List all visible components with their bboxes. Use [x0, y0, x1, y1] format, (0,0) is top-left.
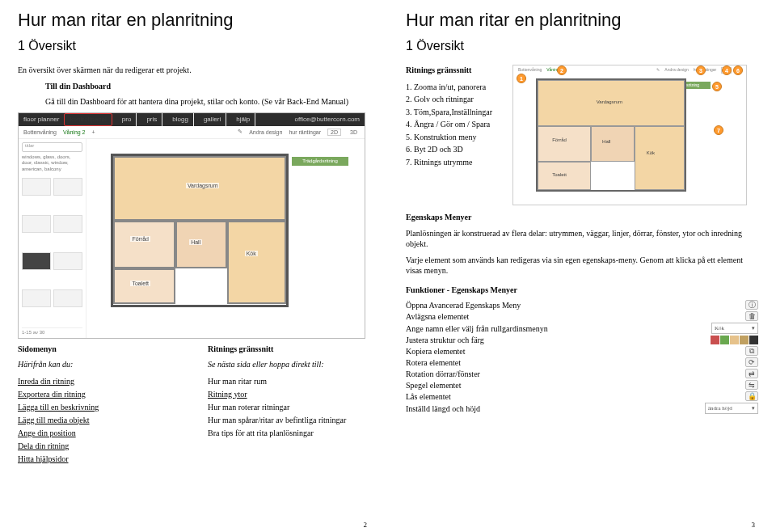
room-label: Vardagsrum: [186, 183, 220, 188]
tab-kontrollpanel[interactable]: kontrollpanel: [64, 113, 112, 126]
green-badge: Trädgårdsritning: [292, 157, 348, 166]
chevron-down-icon: ▾: [752, 325, 755, 331]
floorplan: Vardagsrum Förråd Hall Kök Toalett: [111, 154, 289, 307]
sidomenyn-intro: Härifrån kan du:: [18, 359, 180, 370]
list-item: 4. Ångra / Gör om / Spara: [406, 118, 506, 131]
annotation-5: 5: [712, 82, 722, 91]
egenskaps-p2: Varje element som används kan redigeras …: [406, 255, 758, 277]
ribbon-floor1[interactable]: Bottenvåning: [23, 129, 57, 135]
list-item[interactable]: Exportera din ritning: [18, 388, 180, 401]
toc-list: 1. Zooma in/ut, panorera 2. Golv och rit…: [406, 81, 506, 169]
ribbon-rot: hur räntingar: [289, 129, 321, 135]
annotation-3: 3: [696, 65, 706, 75]
bottom-columns: Sidomenyn Härifrån kan du: Inreda din ri…: [18, 344, 370, 466]
tab-hjalp[interactable]: hjälp: [231, 113, 255, 126]
lock-icon[interactable]: 🔒: [745, 391, 758, 401]
list-item[interactable]: Ange din position: [18, 427, 180, 440]
room-label: Hall: [189, 239, 202, 245]
tab-pro[interactable]: pro: [117, 113, 137, 126]
trash-icon[interactable]: 🗑: [745, 311, 758, 321]
list-item[interactable]: Ritning ytor: [208, 388, 370, 401]
list-item: 7. Ritnings utrymme: [406, 156, 506, 169]
func-rotate: Rotera elementet ⟳: [406, 357, 758, 367]
functions-title: Funktioner - Egenskaps Menyer: [406, 285, 758, 296]
dashboard-body: Gå till din Dashboard för att hantera di…: [45, 96, 370, 108]
plus-icon[interactable]: +: [92, 129, 95, 135]
egenskaps-title: Egenskaps Menyer: [406, 212, 758, 223]
room-label: Förråd: [130, 236, 150, 242]
mini-floorplan: Vardagsrum Förråd Hall Kök Toalett: [536, 78, 686, 192]
intro-text: En översikt över skärmen när du redigera…: [18, 65, 370, 76]
search-input[interactable]: titlar: [22, 142, 82, 152]
rotate-icon[interactable]: ⟳: [745, 357, 758, 367]
list-item: 5. Konstruktion meny: [406, 131, 506, 144]
thumbnail[interactable]: [22, 252, 51, 270]
thumbnail[interactable]: [53, 178, 82, 196]
ribbon-floor2[interactable]: Våning 2: [63, 129, 86, 135]
page-number: 2: [364, 521, 368, 529]
mirror-icon[interactable]: ⇋: [745, 380, 758, 390]
thumbnail[interactable]: [22, 289, 51, 307]
func-mirror: Spegel elementet ⇋: [406, 380, 758, 390]
pager: 1-15 av 30: [22, 327, 82, 335]
ribbon-design[interactable]: Andra design: [249, 129, 282, 135]
list-item[interactable]: Bra tips för att rita planlösningar: [208, 427, 370, 440]
egenskaps-p1: Planlösningen är konstruerad av flera de…: [406, 228, 758, 250]
tab-blogg[interactable]: blogg: [167, 113, 194, 126]
room-label: Toalett: [130, 281, 150, 286]
list-item[interactable]: Inreda din ritning: [18, 375, 180, 388]
list-item[interactable]: Lägga till en beskrivning: [18, 401, 180, 414]
right-top-row: Ritnings gränssnitt 1. Zooma in/ut, pano…: [406, 65, 758, 205]
list-item[interactable]: Lägg till media objekt: [18, 414, 180, 427]
view-3d[interactable]: 3D: [348, 129, 360, 135]
section-heading: 1 Översikt: [18, 39, 370, 53]
page-number: 3: [752, 521, 756, 529]
length-dropdown[interactable]: ändra höjd▾: [705, 403, 758, 414]
list-item[interactable]: Hur man roterar ritningar: [208, 401, 370, 414]
func-rotdoor: Rotation dörrar/fönster ⇄: [406, 369, 758, 378]
app-screenshot: floor planner kontrollpanel pro pris blo…: [18, 112, 365, 339]
toc-title: Ritnings gränssnitt: [406, 65, 506, 76]
tab-pris[interactable]: pris: [141, 113, 162, 126]
view-2d[interactable]: 2D: [327, 129, 341, 136]
list-item[interactable]: Hur man ritar rum: [208, 375, 370, 388]
functions-list: Öppna Avancerad Egenskaps Meny ⓘ Avlägsn…: [406, 300, 758, 414]
info-icon[interactable]: ⓘ: [745, 300, 758, 310]
app-ribbon: Bottenvåning Våning 2 + ✎ Andra design h…: [19, 126, 365, 139]
list-item[interactable]: Dela din ritning: [18, 440, 180, 453]
list-item[interactable]: Hitta hjälpsidor: [18, 453, 180, 466]
list-item[interactable]: Hur man spårar/ritar av befintliga ritni…: [208, 414, 370, 427]
func-struct: Justera struktur och färg: [406, 336, 758, 344]
thumbnail[interactable]: [53, 289, 82, 307]
ritnings-intro: Se nästa sida eller hoppa direkt till:: [208, 359, 370, 370]
dashboard-block: Till din Dashboard Gå till din Dashboard…: [45, 81, 370, 108]
sidomenyn-list: Inreda din ritning Exportera din ritning…: [18, 375, 180, 466]
annotation-4: 4: [722, 65, 732, 75]
thumbnail[interactable]: [53, 215, 82, 233]
annotation-6: 6: [733, 65, 743, 75]
annotation-1: 1: [517, 74, 526, 83]
name-dropdown[interactable]: Kök▾: [711, 323, 758, 334]
ritnings-block: Ritnings gränssnitt Se nästa sida eller …: [208, 344, 370, 466]
page-title: Hur man ritar en planritning: [406, 10, 758, 31]
thumbnail-grid: [22, 178, 82, 325]
ritnings-title: Ritnings gränssnitt: [208, 344, 370, 355]
category-list: windows, glass, doors, door, classic, wi…: [22, 154, 82, 173]
func-copy: Kopiera elementet ⧉: [406, 346, 758, 356]
app-brand: floor planner: [23, 116, 59, 123]
thumbnail[interactable]: [22, 215, 51, 233]
copy-icon[interactable]: ⧉: [745, 346, 758, 356]
canvas[interactable]: Trädgårdsritning Vardagsrum Förråd Hall …: [86, 139, 365, 338]
thumbnail[interactable]: [22, 178, 51, 196]
annotated-plan: Bottenvåning Våning 2 ✎ Andra design hur…: [512, 65, 758, 205]
room-label: Kök: [245, 251, 258, 256]
list-item: 3. Töm,Spara,Inställningar: [406, 106, 506, 119]
tab-galleri[interactable]: galleri: [199, 113, 226, 126]
page-2: Hur man ritar en planritning 1 Översikt …: [0, 0, 388, 532]
color-swatches[interactable]: [711, 336, 758, 344]
thumbnail[interactable]: [53, 252, 82, 270]
mini-screenshot: Bottenvåning Våning 2 ✎ Andra design hur…: [512, 65, 747, 205]
flip-icon[interactable]: ⇄: [745, 369, 758, 378]
user-email: office@buttercorn.com: [295, 116, 360, 123]
toc-column: Ritnings gränssnitt 1. Zooma in/ut, pano…: [406, 65, 506, 205]
